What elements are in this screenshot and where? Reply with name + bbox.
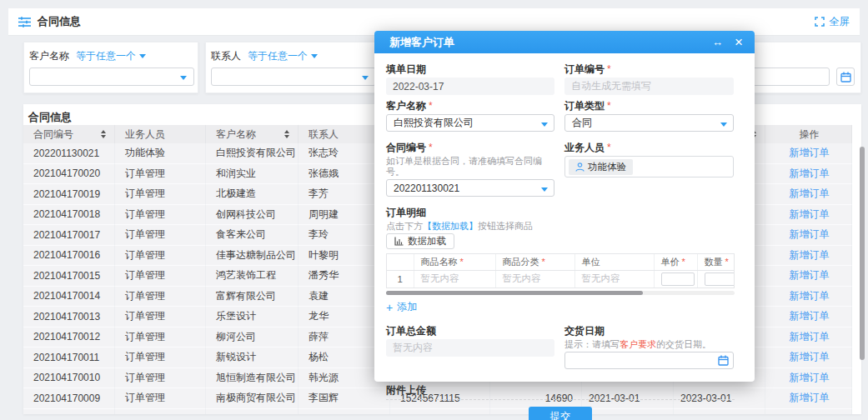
bar-chart-icon: [394, 237, 404, 246]
page: 合同信息 全屏 客户名称 等于任意一个 联系人 等于任意一个: [0, 0, 868, 420]
order-type-label: 订单类型*: [564, 100, 734, 112]
chevron-down-icon: [311, 54, 318, 58]
order-items-table: 商品名称* 商品分类* 单位 单价* 数量* 1 暂无内容 暂无内容 暂无内容: [386, 253, 735, 288]
cell-contract_no: 202104170020: [23, 164, 115, 185]
scrollbar-thumb[interactable]: [386, 291, 643, 295]
cell-agent: 订单管理: [115, 348, 206, 368]
new-order-link[interactable]: 新增订单: [790, 228, 830, 242]
horizontal-scrollbar[interactable]: [386, 291, 735, 295]
cell-action: 新增订单: [765, 287, 852, 308]
new-order-link[interactable]: 新增订单: [790, 371, 830, 385]
attachment-upload-area[interactable]: [386, 399, 735, 400]
cell-agent: 订单管理: [115, 246, 206, 267]
calendar-icon: [840, 72, 851, 82]
new-order-modal: 新增客户订单 ↔ × 填单日期 2022-03-17 订单编号* 自动生成无需填…: [374, 31, 755, 382]
cell-action: 新增订单: [765, 388, 852, 409]
cell-action: 新增订单: [765, 368, 852, 389]
customer-filter-select[interactable]: [29, 68, 194, 86]
vertical-scrollbar[interactable]: [860, 147, 865, 360]
cell-agent: 订单管理: [115, 164, 206, 185]
modal-title: 新增客户订单: [389, 35, 454, 50]
cell-action: 新增订单: [765, 348, 852, 368]
cell-action: 新增订单: [765, 164, 852, 185]
cell-action: 新增订单: [765, 143, 852, 164]
new-order-link[interactable]: 新增订单: [790, 350, 830, 364]
column-label: 联系人: [309, 128, 381, 142]
cell-action: 新增订单: [765, 205, 852, 226]
sort-icon[interactable]: [284, 130, 289, 138]
fullscreen-button[interactable]: 全屏: [815, 15, 850, 29]
order-type-select[interactable]: 合同: [564, 114, 734, 132]
cell-contract_no: 202104170016: [23, 246, 115, 267]
new-order-link[interactable]: 新增订单: [790, 391, 830, 405]
contract-no-select[interactable]: 202201130021: [386, 179, 554, 197]
cell-action: 新增订单: [765, 307, 852, 328]
cell-agent: 订单管理: [115, 388, 206, 409]
column-label: 操作: [800, 128, 820, 142]
column-header-2: 业务人员: [115, 125, 206, 143]
data-load-button[interactable]: 数据加载: [386, 233, 454, 249]
person-icon: [575, 162, 585, 172]
unit-price-input[interactable]: [661, 272, 695, 286]
sort-icon[interactable]: [101, 130, 106, 138]
item-qty-cell: [697, 270, 735, 288]
contact-filter-select[interactable]: [211, 68, 376, 86]
filter-label: 客户名称: [29, 49, 69, 63]
cell-customer: 旭恒制造有限公司: [206, 368, 299, 389]
cell-agent: 订单管理: [115, 307, 206, 328]
details-section-label: 订单明细: [386, 207, 735, 218]
order-no-input: 自动生成无需填写: [564, 78, 734, 95]
filter-card-customer: 客户名称 等于任意一个: [23, 42, 198, 93]
chevron-down-icon: [139, 54, 146, 58]
item-category-cell[interactable]: 暂无内容: [495, 270, 574, 288]
total-amount-input: 暂无内容: [386, 339, 554, 357]
agent-label: 业务人员*: [564, 142, 734, 153]
chevron-down-icon: [720, 122, 727, 127]
item-name-cell[interactable]: 暂无内容: [414, 270, 495, 288]
item-price-cell: [654, 270, 697, 288]
attachment-label: 附件上传: [386, 384, 735, 396]
column-header-1[interactable]: 合同编号: [23, 125, 115, 143]
new-order-link[interactable]: 新增订单: [790, 146, 830, 160]
calendar-button[interactable]: [836, 68, 855, 86]
row-index: 1: [387, 270, 414, 288]
new-order-link[interactable]: 新增订单: [790, 167, 830, 181]
filter-condition[interactable]: 等于任意一个: [76, 49, 146, 63]
new-order-link[interactable]: 新增订单: [790, 289, 830, 303]
cell-action: [765, 409, 852, 415]
fill-date-label: 填单日期: [386, 63, 554, 75]
quantity-input[interactable]: [705, 272, 735, 286]
column-label: 业务人员: [125, 128, 197, 142]
cell-contract_no: 202104170017: [23, 225, 115, 246]
agent-field[interactable]: 功能体验: [564, 156, 734, 178]
modal-body: 填单日期 2022-03-17 订单编号* 自动生成无需填写 客户名称* 白熙投…: [374, 53, 755, 420]
filter-condition[interactable]: 等于任意一个: [248, 49, 318, 63]
item-unit-cell[interactable]: 暂无内容: [574, 270, 654, 288]
filter-card-contact: 联系人 等于任意一个: [205, 42, 380, 93]
new-order-link[interactable]: 新增订单: [790, 330, 830, 344]
cell-agent: 功能体验: [115, 143, 206, 164]
customer-select[interactable]: 白熙投资有限公司: [386, 114, 554, 132]
filter-menu-icon[interactable]: [18, 17, 31, 28]
column-header-3[interactable]: 客户名称: [206, 125, 299, 143]
items-qty-header: 数量*: [697, 254, 735, 270]
delivery-date-input[interactable]: [564, 352, 734, 369]
close-icon[interactable]: ×: [735, 35, 743, 49]
new-order-link[interactable]: 新增订单: [790, 309, 830, 323]
new-order-link[interactable]: 新增订单: [790, 208, 830, 222]
column-label: 客户名称: [216, 128, 284, 142]
fill-date-input[interactable]: 2022-03-17: [386, 78, 554, 95]
items-index-header: [387, 254, 414, 270]
expand-horizontal-icon[interactable]: ↔: [712, 36, 723, 48]
cell-contract_no: 202104170010: [23, 368, 115, 389]
cell-customer: 富辉有限公司: [206, 287, 299, 308]
add-row-link[interactable]: + 添加: [386, 300, 436, 314]
submit-button[interactable]: 提交: [529, 407, 592, 420]
required-asterisk: *: [460, 257, 464, 267]
calendar-icon[interactable]: [718, 355, 729, 368]
cell-customer: 南极商贸有限公司: [206, 388, 299, 409]
new-order-link[interactable]: 新增订单: [790, 268, 830, 282]
delivery-date-hint: 提示：请填写客户要求的交货日期。: [564, 339, 734, 350]
new-order-link[interactable]: 新增订单: [790, 248, 830, 262]
new-order-link[interactable]: 新增订单: [790, 187, 830, 201]
